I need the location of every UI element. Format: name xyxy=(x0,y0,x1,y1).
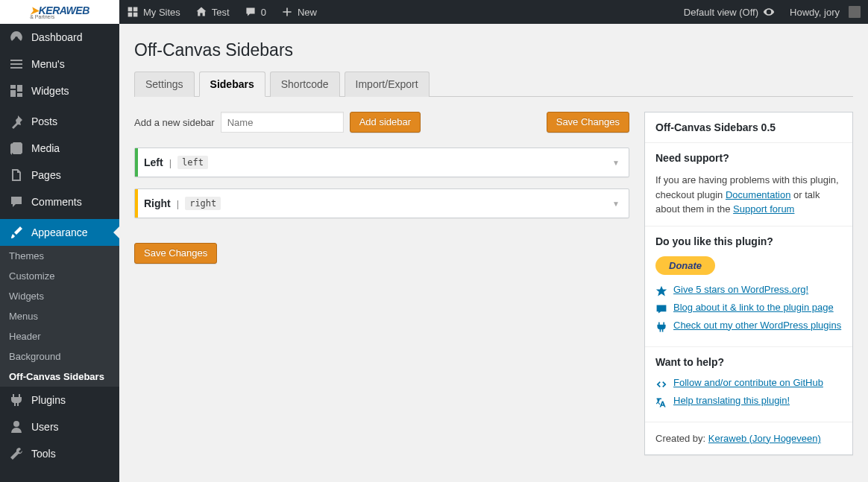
separator: | xyxy=(169,157,172,168)
my-sites-menu[interactable]: My Sites xyxy=(119,0,188,24)
save-changes-button-bottom[interactable]: Save Changes xyxy=(134,243,217,264)
list-item: Help translating this plugin! xyxy=(655,395,842,408)
plus-icon xyxy=(281,6,293,18)
panel-version-title: Off-Canvas Sidebars 0.5 xyxy=(655,121,842,133)
menu-label: Pages xyxy=(31,169,61,181)
avatar xyxy=(849,6,861,18)
rate-link[interactable]: Give 5 stars on WordPress.org! xyxy=(673,284,808,295)
github-link[interactable]: Follow and/or contribute on GitHub xyxy=(673,377,823,388)
menu-label: Appearance xyxy=(31,226,88,238)
metabox-toggle-head[interactable]: Left | left ▼ xyxy=(135,148,629,177)
comment-count: 0 xyxy=(261,7,266,18)
sidebar-metabox: Left | left ▼ xyxy=(134,148,629,177)
sidebar-title: Right xyxy=(144,197,171,209)
menu-tools[interactable]: Tools xyxy=(0,440,119,467)
blog-link[interactable]: Blog about it & link to the plugin page xyxy=(673,302,834,313)
menu-media[interactable]: Media xyxy=(0,135,119,162)
menu-label: Media xyxy=(31,142,60,154)
chevron-down-icon: ▼ xyxy=(612,159,620,167)
admin-toolbar: ➤KERAWEB & Partners My Sites Test 0 New … xyxy=(0,0,868,24)
site-logo[interactable]: ➤KERAWEB & Partners xyxy=(0,0,119,24)
info-panel: Off-Canvas Sidebars 0.5 Need support? If… xyxy=(644,112,853,455)
pin-icon xyxy=(9,114,24,129)
comment-icon xyxy=(9,194,24,209)
widgets-icon xyxy=(9,83,24,98)
sites-icon xyxy=(127,6,139,18)
page-title: Off-Canvas Sidebars xyxy=(134,40,853,60)
tab-settings[interactable]: Settings xyxy=(134,72,195,97)
chevron-down-icon: ▼ xyxy=(612,200,620,208)
menu-users[interactable]: Users xyxy=(0,413,119,440)
admin-sidebar: Dashboard Menu's Widgets Posts Media Pag… xyxy=(0,24,119,482)
comments-link[interactable]: 0 xyxy=(237,0,274,24)
save-changes-button-top[interactable]: Save Changes xyxy=(547,112,629,133)
plugin-icon xyxy=(655,321,667,333)
support-heading: Need support? xyxy=(655,152,842,164)
user-icon xyxy=(9,419,24,434)
new-label: New xyxy=(298,7,317,18)
menu-plugins[interactable]: Plugins xyxy=(0,387,119,413)
tab-sidebars[interactable]: Sidebars xyxy=(199,72,265,97)
site-link[interactable]: Test xyxy=(188,0,237,24)
default-view-label: Default view (Off) xyxy=(684,7,758,18)
user-menu[interactable]: Howdy, jory xyxy=(782,0,868,24)
submenu-themes[interactable]: Themes xyxy=(0,246,119,266)
tab-nav: Settings Sidebars Shortcode Import/Expor… xyxy=(134,72,853,97)
translate-link[interactable]: Help translating this plugin! xyxy=(673,395,790,406)
menu-label: Widgets xyxy=(31,85,69,97)
menu-label: Users xyxy=(31,421,59,433)
help-heading: Want to help? xyxy=(655,356,842,368)
list-item: Give 5 stars on WordPress.org! xyxy=(655,284,842,297)
donate-button[interactable]: Donate xyxy=(655,256,715,275)
dashboard-icon xyxy=(9,30,24,45)
menu-menus[interactable]: Menu's xyxy=(0,51,119,77)
media-icon xyxy=(9,141,24,156)
submenu-menus[interactable]: Menus xyxy=(0,306,119,326)
menu-label: Plugins xyxy=(31,394,66,406)
add-sidebar-label: Add a new sidebar xyxy=(134,117,215,128)
new-content-menu[interactable]: New xyxy=(274,0,324,24)
list-item: Follow and/or contribute on GitHub xyxy=(655,377,842,390)
list-item: Check out my other WordPress plugins xyxy=(655,320,842,333)
sidebar-metabox: Right | right ▼ xyxy=(134,188,629,218)
sidebar-name-input[interactable] xyxy=(221,112,344,133)
menu-appearance[interactable]: Appearance xyxy=(0,219,119,246)
home-icon xyxy=(195,6,207,18)
author-link[interactable]: Keraweb (Jory Hogeveen) xyxy=(708,433,821,444)
add-sidebar-button[interactable]: Add sidebar xyxy=(350,112,421,133)
support-forum-link[interactable]: Support forum xyxy=(733,203,794,215)
submenu-off-canvas[interactable]: Off-Canvas Sidebars xyxy=(0,367,119,387)
metabox-toggle-head[interactable]: Right | right ▼ xyxy=(135,189,629,218)
menu-posts[interactable]: Posts xyxy=(0,108,119,135)
menu-comments[interactable]: Comments xyxy=(0,188,119,215)
submenu-widgets[interactable]: Widgets xyxy=(0,286,119,306)
other-plugins-link[interactable]: Check out my other WordPress plugins xyxy=(673,320,841,331)
submenu-header[interactable]: Header xyxy=(0,326,119,346)
sidebar-title: Left xyxy=(144,156,163,168)
tab-shortcode[interactable]: Shortcode xyxy=(270,72,340,97)
menu-widgets-top[interactable]: Widgets xyxy=(0,77,119,104)
sidebar-slug: right xyxy=(185,197,221,210)
menu-label: Comments xyxy=(31,196,82,208)
separator: | xyxy=(177,198,179,209)
wrench-icon xyxy=(9,446,24,461)
sidebar-slug: left xyxy=(177,156,208,169)
howdy-label: Howdy, jory xyxy=(790,7,840,18)
status-border xyxy=(135,189,138,218)
like-heading: Do you like this plugin? xyxy=(655,235,842,247)
translate-icon xyxy=(655,396,667,408)
status-border xyxy=(135,148,138,177)
brush-icon xyxy=(9,225,24,240)
documentation-link[interactable]: Documentation xyxy=(726,189,790,200)
submenu-customize[interactable]: Customize xyxy=(0,266,119,286)
tab-import-export[interactable]: Import/Export xyxy=(345,72,430,97)
default-view-toggle[interactable]: Default view (Off) xyxy=(676,0,782,24)
list-item: Blog about it & link to the plugin page xyxy=(655,302,842,315)
menu-label: Tools xyxy=(31,448,56,460)
submenu-background[interactable]: Background xyxy=(0,346,119,367)
menu-dashboard[interactable]: Dashboard xyxy=(0,24,119,51)
star-icon xyxy=(655,285,667,297)
menu-label: Posts xyxy=(31,115,57,127)
menu-pages[interactable]: Pages xyxy=(0,162,119,188)
page-icon xyxy=(9,168,24,183)
